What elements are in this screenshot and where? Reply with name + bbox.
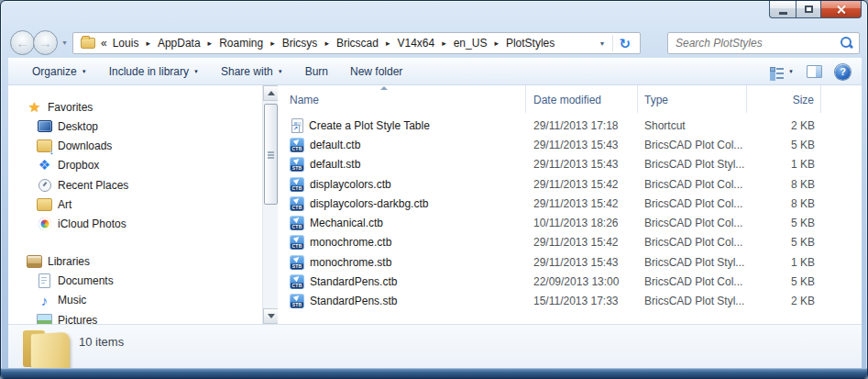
address-chevron-down-icon[interactable]: ▼ <box>599 40 605 47</box>
ctb-file-icon: CTB <box>290 274 304 289</box>
file-size: 2 KB <box>747 295 821 307</box>
address-bar[interactable]: « Louis▸AppData▸Roaming▸Bricsys▸Bricscad… <box>72 32 641 54</box>
file-type: BricsCAD Plot Col... <box>638 275 747 288</box>
details-pane: 10 items <box>8 324 862 370</box>
sidebar-item-label: Downloads <box>58 139 112 152</box>
help-icon[interactable]: ? <box>835 64 851 80</box>
minimize-button[interactable] <box>769 1 796 18</box>
scrollbar-thumb[interactable] <box>264 104 278 205</box>
file-row[interactable]: STBmonochrome.stb29/11/2013 15:43BricsCA… <box>278 252 862 272</box>
breadcrumb-separator-icon: ▸ <box>324 39 329 48</box>
file-date-modified: 15/11/2013 17:33 <box>526 295 638 307</box>
sidebar-item-music[interactable]: ♪Music <box>37 291 257 310</box>
forward-button[interactable]: → <box>33 30 58 55</box>
scroll-up-button[interactable] <box>263 85 278 101</box>
file-row[interactable]: CTBdisplaycolors-darkbg.ctb29/11/2013 15… <box>278 194 862 213</box>
new-folder-button[interactable]: New folder <box>342 61 411 83</box>
sidebar-scrollbar[interactable] <box>262 85 278 324</box>
file-date-modified: 29/11/2013 15:43 <box>526 158 638 171</box>
file-row[interactable]: STBStandardPens.stb15/11/2013 17:33Brics… <box>278 292 862 311</box>
file-name-cell: Create a Plot Style Table <box>278 118 526 133</box>
chevron-down-icon: ▼ <box>82 69 87 74</box>
share-with-button[interactable]: Share with▼ <box>213 61 291 83</box>
sidebar-item-art[interactable]: Art <box>37 195 257 215</box>
file-date-modified: 22/09/2013 13:00 <box>526 275 638 288</box>
breadcrumb-item[interactable]: Bricscad <box>335 35 380 51</box>
command-toolbar: Organize▼ Include in library▼ Share with… <box>8 58 862 85</box>
file-row[interactable]: CTBdisplaycolors.ctb29/11/2013 15:42Bric… <box>278 174 862 194</box>
change-view-button[interactable]: ▼ <box>770 66 794 78</box>
file-type: BricsCAD Plot Styl... <box>638 158 747 171</box>
breadcrumb-overflow[interactable]: « <box>101 37 107 50</box>
preview-pane-icon[interactable] <box>807 65 822 78</box>
sidebar-item-downloads[interactable]: Downloads <box>37 137 257 156</box>
column-header-date-modified[interactable]: Date modified <box>526 85 638 113</box>
file-type: Shortcut <box>638 119 747 132</box>
sidebar-item-libraries[interactable]: Libraries <box>27 251 247 271</box>
minimize-icon <box>779 12 787 15</box>
file-row[interactable]: Create a Plot Style Table29/11/2013 17:1… <box>278 116 862 135</box>
recent-places-icon <box>37 178 52 193</box>
file-row[interactable]: CTBdefault.ctb29/11/2013 15:43BricsCAD P… <box>278 135 862 154</box>
file-name: StandardPens.ctb <box>310 275 397 288</box>
breadcrumb-item[interactable]: V14x64 <box>395 35 436 51</box>
downloads-folder-icon <box>37 139 52 153</box>
column-header-name[interactable]: Name <box>278 85 526 113</box>
refresh-icon[interactable]: ↻ <box>619 37 631 50</box>
sidebar-item-label: Libraries <box>48 255 90 268</box>
column-header-type[interactable]: Type <box>638 85 747 113</box>
breadcrumb-separator-icon: ▸ <box>146 39 150 48</box>
file-type: BricsCAD Plot Styl... <box>638 256 747 269</box>
file-name: default.ctb <box>310 139 360 151</box>
file-date-modified: 29/11/2013 15:42 <box>526 197 638 210</box>
breadcrumb-separator-icon: ▸ <box>442 39 446 48</box>
breadcrumb-item[interactable]: Roaming <box>217 35 265 51</box>
breadcrumb-item[interactable]: Bricsys <box>280 35 320 51</box>
breadcrumb-item[interactable]: en_US <box>452 35 489 51</box>
breadcrumb-item[interactable]: AppData <box>156 35 203 51</box>
back-button[interactable]: ← <box>10 30 35 55</box>
navigation-pane: ★FavoritesDesktopDownloads❖DropboxRecent… <box>8 85 278 324</box>
organize-button[interactable]: Organize▼ <box>24 61 95 83</box>
file-size: 5 KB <box>747 139 821 151</box>
sidebar-item-dropbox[interactable]: ❖Dropbox <box>37 156 257 175</box>
maximize-icon <box>805 6 813 13</box>
sidebar-item-icloud-photos[interactable]: iCloud Photos <box>37 215 257 234</box>
dropbox-icon: ❖ <box>37 158 52 173</box>
sidebar-item-pictures[interactable]: Pictures <box>37 310 257 324</box>
breadcrumb-item[interactable]: PlotStyles <box>504 35 556 51</box>
file-size: 5 KB <box>747 275 821 288</box>
include-in-library-button[interactable]: Include in library▼ <box>101 61 207 83</box>
maximize-button[interactable] <box>796 1 820 18</box>
column-header-size[interactable]: Size <box>747 85 821 113</box>
sidebar-item-label: Favorites <box>48 101 93 114</box>
scroll-down-button[interactable] <box>263 308 278 324</box>
sidebar-item-favorites[interactable]: ★Favorites <box>27 97 247 117</box>
file-row[interactable]: CTBMechanical.ctb10/11/2013 18:26BricsCA… <box>278 213 862 232</box>
search-input[interactable] <box>674 36 841 50</box>
sidebar-item-documents[interactable]: Documents <box>37 271 257 290</box>
search-icon[interactable] <box>841 37 853 50</box>
ctb-file-icon: CTB <box>290 216 304 230</box>
file-row[interactable]: STBdefault.stb29/11/2013 15:43BricsCAD P… <box>278 155 862 174</box>
file-row[interactable]: CTBmonochrome.ctb29/11/2013 15:42BricsCA… <box>278 233 862 252</box>
sidebar-item-desktop[interactable]: Desktop <box>37 117 257 136</box>
window-bottom-frame <box>1 368 867 378</box>
file-name-cell: STBmonochrome.stb <box>278 255 526 270</box>
navigation-bar: ← → ▼ « Louis▸AppData▸Roaming▸Bricsys▸Br… <box>8 28 862 58</box>
file-name-cell: CTBMechanical.ctb <box>278 216 526 230</box>
sidebar-item-recent-places[interactable]: Recent Places <box>37 175 257 195</box>
file-date-modified: 10/11/2013 18:26 <box>526 217 638 229</box>
file-size: 8 KB <box>747 197 821 210</box>
close-icon <box>837 5 846 14</box>
file-row[interactable]: CTBStandardPens.ctb22/09/2013 13:00Brics… <box>278 272 862 291</box>
chevron-down-icon: ▼ <box>278 69 283 74</box>
file-type: BricsCAD Plot Col... <box>638 178 747 191</box>
burn-button[interactable]: Burn <box>297 61 336 83</box>
close-button[interactable] <box>820 1 862 18</box>
history-chevron-down-icon[interactable]: ▼ <box>61 39 68 46</box>
file-type: BricsCAD Plot Col... <box>638 217 747 229</box>
file-type: BricsCAD Plot Col... <box>638 236 747 249</box>
file-name: displaycolors-darkbg.ctb <box>310 197 428 210</box>
breadcrumb-item[interactable]: Louis <box>111 35 141 51</box>
